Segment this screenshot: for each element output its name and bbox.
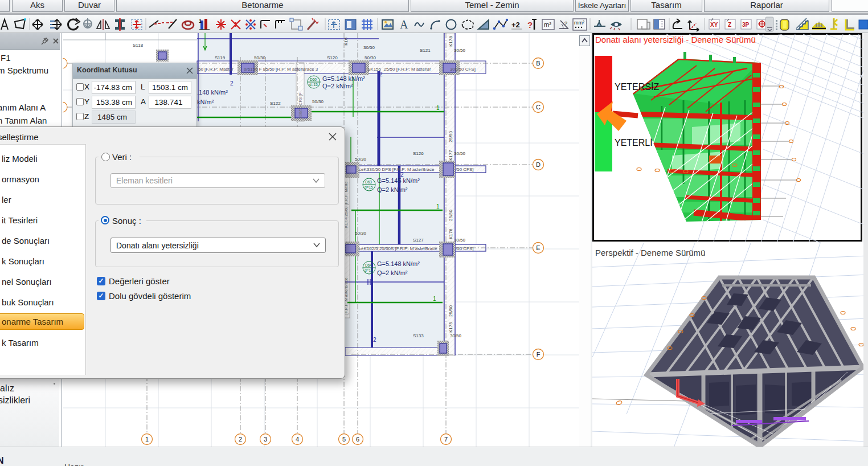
svg-text:Perspektif - Deneme Sürümü: Perspektif - Deneme Sürümü xyxy=(595,248,705,257)
svg-text:30/50: 30/50 xyxy=(454,151,466,156)
svg-text:Z: Z xyxy=(728,22,731,28)
svg-text:2: 2 xyxy=(379,71,383,77)
svg-text:30/50: 30/50 xyxy=(363,45,375,50)
svg-text:S126: S126 xyxy=(413,151,424,156)
svg-text:F: F xyxy=(537,351,541,358)
svg-text:m²: m² xyxy=(544,21,551,28)
svg-text:50/30: 50/30 xyxy=(312,99,324,104)
svg-text:K177: K177 xyxy=(448,150,453,161)
svg-text:G=5.145 kN/m²: G=5.145 kN/m² xyxy=(377,177,420,184)
svg-text:?: ? xyxy=(564,21,567,26)
svg-text:G=5.148 kN/m²: G=5.148 kN/m² xyxy=(377,260,420,267)
svg-text:D63: D63 xyxy=(365,180,372,184)
svg-text:mm²: mm² xyxy=(574,20,584,26)
svg-text:6: 6 xyxy=(356,436,359,443)
svg-text:300/50 CFS]: 300/50 CFS] xyxy=(450,67,476,72)
svg-text:3P: 3P xyxy=(742,22,750,28)
svg-text:?: ? xyxy=(527,20,533,30)
svg-text:50/30: 50/30 xyxy=(355,157,367,162)
svg-text:Q=2 kN/m²: Q=2 kN/m² xyxy=(377,186,408,193)
svg-text:ceK162/5 25/50S [F.R.P: M aste: ceK162/5 25/50S [F.R.P: M asterBrace xyxy=(359,246,437,251)
svg-text:/50 CFS]: /50 CFS] xyxy=(456,167,474,172)
svg-text:2: 2 xyxy=(239,436,242,443)
svg-text:S120: S120 xyxy=(327,55,338,60)
svg-text:0/6156 F 85/50 [R.P: M asterBr: 0/6156 F 85/50 [R.P: M asterBrace 3 xyxy=(244,67,318,72)
svg-text:S121: S121 xyxy=(420,48,431,53)
svg-text:K16: K16 xyxy=(343,37,349,46)
svg-text:50 [F.R.P: Master: 50 [F.R.P: Master xyxy=(198,67,234,72)
svg-text:1: 1 xyxy=(436,203,440,210)
svg-text:300/50 CFS [F: 300/50 CFS [F xyxy=(298,92,303,118)
svg-text:kN/m²: kN/m² xyxy=(197,99,214,105)
svg-text:25/50: 25/50 xyxy=(448,305,453,317)
svg-text:Q=2 kN/m²: Q=2 kN/m² xyxy=(377,269,408,276)
svg-text:25/50: 25/50 xyxy=(448,130,453,142)
svg-text:E: E xyxy=(536,244,540,251)
svg-text:YETERLİ: YETERLİ xyxy=(615,137,653,148)
svg-text:S118: S118 xyxy=(133,43,144,48)
svg-text:Donatı alanı yetersizliği - De: Donatı alanı yetersizliği - Deneme Sürüm… xyxy=(595,35,756,44)
svg-text:1: 1 xyxy=(145,436,149,443)
svg-text:5: 5 xyxy=(342,436,346,443)
svg-text:A: A xyxy=(400,18,408,31)
svg-text:S122: S122 xyxy=(270,101,281,106)
svg-text:D60: D60 xyxy=(310,77,317,81)
svg-text:3: 3 xyxy=(264,436,267,443)
svg-text:K175: K175 xyxy=(448,322,453,333)
svg-text:/50 CFS]: /50 CFS] xyxy=(456,246,474,251)
svg-text:2: 2 xyxy=(230,80,234,87)
svg-text:Q=2 kN/m²: Q=2 kN/m² xyxy=(322,83,353,89)
svg-text:d=15: d=15 xyxy=(365,268,373,272)
svg-text:.148 kN/m²: .148 kN/m² xyxy=(197,89,228,96)
svg-text:30/50: 30/50 xyxy=(454,238,466,243)
svg-text:d=15: d=15 xyxy=(365,185,373,189)
svg-text:K178: K178 xyxy=(448,36,453,47)
svg-text:7: 7 xyxy=(444,436,448,443)
svg-text:D64: D64 xyxy=(365,263,372,267)
svg-text:+2: +2 xyxy=(511,21,520,29)
svg-text:S133: S133 xyxy=(413,333,424,338)
svg-text:SK156 25/50 [F.R.P: M asterBr: SK156 25/50 [F.R.P: M asterBr xyxy=(367,67,431,72)
svg-text:4: 4 xyxy=(296,436,299,443)
svg-text:1: 1 xyxy=(199,18,202,24)
svg-text:XY: XY xyxy=(710,22,718,28)
svg-text:25/50: 25/50 xyxy=(448,209,453,221)
svg-text:D: D xyxy=(536,161,541,168)
svg-text:d=15: d=15 xyxy=(309,83,318,87)
svg-text:G=5.148 kN/m²: G=5.148 kN/m² xyxy=(322,75,365,82)
svg-text:S119: S119 xyxy=(215,55,226,60)
svg-text:ceK330/50 DFS [F.R.P: M asterB: ceK330/50 DFS [F.R.P: M asterBrace xyxy=(359,167,435,172)
svg-text:B: B xyxy=(536,60,540,67)
svg-text:50/30: 50/30 xyxy=(355,231,367,236)
svg-text:2: 2 xyxy=(373,337,376,343)
svg-text:30/50: 30/50 xyxy=(454,48,466,53)
svg-text:C: C xyxy=(536,104,541,111)
svg-text:YETERSİZ: YETERSİZ xyxy=(615,81,659,92)
svg-text:S127: S127 xyxy=(413,238,424,243)
svg-text:1: 1 xyxy=(433,296,436,302)
svg-text:50/30: 50/30 xyxy=(254,55,266,60)
svg-text:1: 1 xyxy=(436,105,440,111)
svg-text:K176: K176 xyxy=(448,228,453,239)
svg-text:50/30: 50/30 xyxy=(365,55,376,60)
svg-text:30/50: 30/50 xyxy=(450,333,462,338)
